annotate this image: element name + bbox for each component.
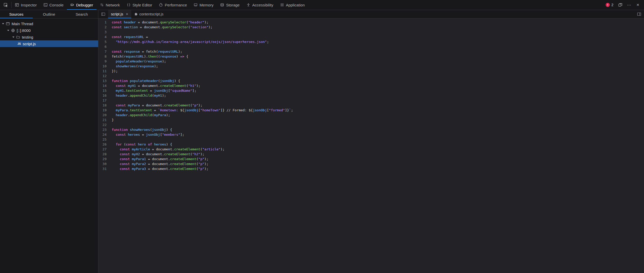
line-number[interactable]: 26: [98, 142, 107, 147]
code-line[interactable]: header.appendChild(myH1);: [112, 93, 293, 98]
line-number[interactable]: 25: [98, 137, 107, 142]
line-number[interactable]: 1: [98, 20, 107, 25]
code-line[interactable]: showHeroes(response);: [112, 64, 293, 69]
code-line[interactable]: const myPara = document.createElement("p…: [112, 103, 293, 108]
disclosure-triangle[interactable]: [2, 23, 4, 24]
line-number[interactable]: 2: [98, 25, 107, 30]
tree-item-main-thread[interactable]: Main Thread: [0, 20, 98, 27]
line-number[interactable]: 3: [98, 30, 107, 34]
code-line[interactable]: const myPara2 = document.createElement("…: [112, 161, 293, 166]
line-number[interactable]: 19: [98, 108, 107, 113]
tab-network[interactable]: Network: [97, 0, 123, 10]
code-line[interactable]: const myArticle = document.createElement…: [112, 147, 293, 152]
tab-performance[interactable]: Performance: [155, 0, 190, 10]
line-number[interactable]: 27: [98, 147, 107, 152]
line-number[interactable]: 20: [98, 113, 107, 117]
tab-style-editor[interactable]: Style Editor: [123, 0, 156, 10]
toggle-sources-panel-button[interactable]: [98, 10, 108, 18]
line-number[interactable]: 10: [98, 64, 107, 69]
tree-item-script-js[interactable]: JS script.js: [0, 40, 98, 47]
line-number[interactable]: 12: [98, 74, 107, 78]
disclosure-triangle[interactable]: [12, 37, 14, 38]
tab-debugger[interactable]: Debugger: [67, 0, 97, 10]
tree-item-host-8000[interactable]: [::]:8000: [0, 27, 98, 34]
code-line[interactable]: function showHeroes(jsonObj) {: [112, 127, 293, 132]
code-line[interactable]: header.appendChild(myPara);: [112, 113, 293, 117]
line-number[interactable]: 22: [98, 122, 107, 127]
code-line[interactable]: const myPara1 = document.createElement("…: [112, 157, 293, 161]
responsive-design-button[interactable]: [616, 1, 624, 9]
line-number[interactable]: 31: [98, 166, 107, 171]
code-token: [136, 142, 138, 146]
code-line[interactable]: for (const hero of heroes) {: [112, 142, 293, 147]
code-token: "formed": [269, 108, 285, 112]
code-line[interactable]: [112, 44, 293, 49]
line-number[interactable]: 9: [98, 59, 107, 64]
tab-inspector[interactable]: Inspector: [12, 0, 40, 10]
line-number[interactable]: 17: [98, 98, 107, 103]
code-line[interactable]: myPara.textContent = `Hometown: ${jsonOb…: [112, 108, 293, 113]
line-number[interactable]: 15: [98, 88, 107, 93]
code-line[interactable]: [112, 74, 293, 78]
code-line[interactable]: myH1.textContent = jsonObj["squadName"];: [112, 88, 293, 93]
line-number[interactable]: 7: [98, 49, 107, 54]
code-line[interactable]: "https://mdn.github.io/learning-area/jav…: [112, 39, 293, 44]
tab-memory[interactable]: Memory: [190, 0, 217, 10]
line-number[interactable]: 29: [98, 157, 107, 161]
source-tab-script-js[interactable]: script.js ✕: [108, 10, 131, 18]
source-tab-contentscript-js[interactable]: contentscript.js: [131, 10, 166, 18]
tab-application[interactable]: Application: [277, 0, 308, 10]
expand-panes-button[interactable]: [634, 10, 644, 18]
code-line[interactable]: const heroes = jsonObj["members"];: [112, 132, 293, 137]
line-number[interactable]: 5: [98, 39, 107, 44]
line-number[interactable]: 4: [98, 34, 107, 39]
code-line[interactable]: const requestURL =: [112, 34, 293, 39]
tab-accessibility[interactable]: Accessibility: [243, 0, 277, 10]
line-number[interactable]: 14: [98, 83, 107, 88]
tree-item-folder-testing[interactable]: testing: [0, 34, 98, 40]
line-number[interactable]: 24: [98, 132, 107, 137]
code-line[interactable]: [112, 30, 293, 34]
close-devtools-button[interactable]: ✕: [634, 1, 642, 9]
code-line[interactable]: const response = fetch(requestURL);: [112, 49, 293, 54]
code-token: requestURL: [158, 50, 178, 53]
code-line[interactable]: populateHeader(response);: [112, 59, 293, 64]
code-line[interactable]: fetch(requestURL).then((response) => {: [112, 54, 293, 59]
code-line[interactable]: [112, 122, 293, 127]
line-number[interactable]: 23: [98, 127, 107, 132]
code-line[interactable]: [112, 137, 293, 142]
code-line[interactable]: const myPara3 = document.createElement("…: [112, 166, 293, 171]
pick-element-button[interactable]: [0, 0, 11, 10]
error-badge[interactable]: ! 2: [603, 3, 616, 7]
line-number[interactable]: 13: [98, 78, 107, 83]
close-tab-icon[interactable]: ✕: [126, 12, 128, 16]
code-token: [112, 40, 116, 44]
disclosure-triangle[interactable]: [7, 30, 9, 31]
code-token: );: [204, 167, 208, 171]
line-number[interactable]: 18: [98, 103, 107, 108]
meatball-menu-icon: ⋯: [627, 3, 631, 7]
code-line[interactable]: }: [112, 117, 293, 122]
code-line[interactable]: function populateHeader(jsonObj) {: [112, 78, 293, 83]
code-token: =: [140, 50, 146, 53]
code-token: const: [112, 50, 122, 53]
line-number[interactable]: 16: [98, 93, 107, 98]
line-number[interactable]: 6: [98, 44, 107, 49]
code-line[interactable]: const section = document.querySelector("…: [112, 25, 293, 30]
code-line[interactable]: const myH1 = document.createElement("h1"…: [112, 83, 293, 88]
meatball-menu-button[interactable]: ⋯: [625, 1, 633, 9]
tab-storage[interactable]: Storage: [217, 0, 243, 10]
line-number[interactable]: 21: [98, 117, 107, 122]
tab-console[interactable]: Console: [40, 0, 67, 10]
code-line[interactable]: [112, 98, 293, 103]
code-line[interactable]: const header = document.querySelector("h…: [112, 20, 293, 25]
line-number[interactable]: 11: [98, 69, 107, 74]
code-line[interactable]: });: [112, 69, 293, 74]
line-number[interactable]: 8: [98, 54, 107, 59]
tab-search[interactable]: Search: [65, 10, 98, 18]
line-number[interactable]: 28: [98, 152, 107, 157]
line-number[interactable]: 30: [98, 161, 107, 166]
code-line[interactable]: const myH2 = document.createElement("h2"…: [112, 152, 293, 157]
tab-sources[interactable]: Sources: [0, 10, 33, 18]
tab-outline[interactable]: Outline: [33, 10, 65, 18]
